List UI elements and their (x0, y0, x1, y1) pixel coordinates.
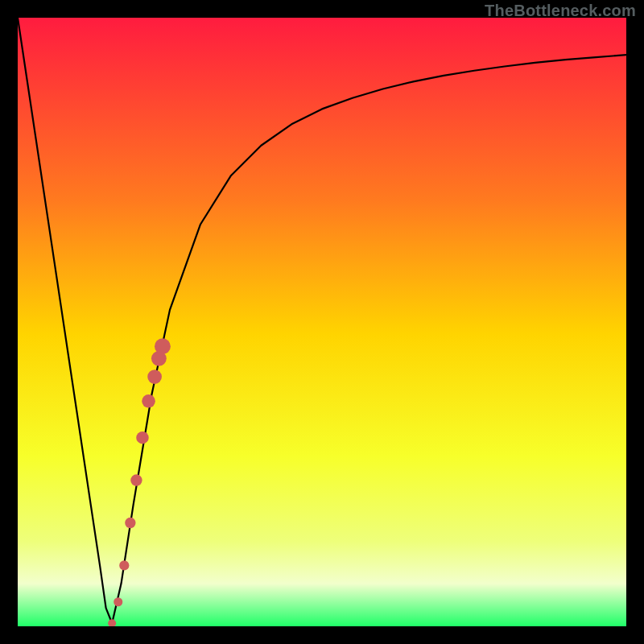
highlight-dot (136, 431, 149, 444)
chart-frame: TheBottleneck.com (0, 0, 644, 644)
highlight-dot (142, 394, 155, 408)
highlight-dot (125, 518, 135, 528)
highlight-dot (119, 560, 129, 570)
plot-svg (18, 18, 626, 626)
highlight-dot (147, 369, 162, 384)
highlight-dot (155, 338, 171, 354)
highlight-dot (130, 474, 142, 485)
plot-area (18, 18, 626, 626)
highlight-dot (114, 597, 122, 606)
